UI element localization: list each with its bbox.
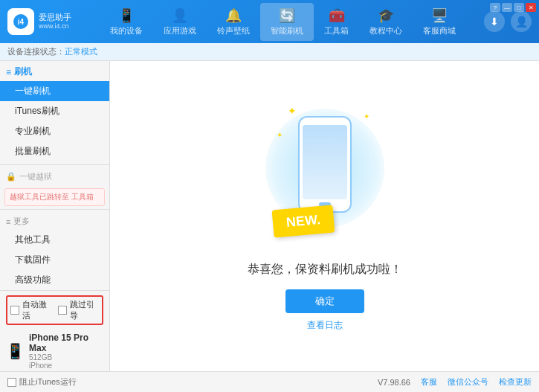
phone-illustration: ✦ ✦ ✦ NEW.: [265, 101, 384, 250]
device-info: 📱 iPhone 15 Pro Max 512GB iPhone: [6, 330, 103, 371]
download-button[interactable]: ⬇: [484, 11, 505, 32]
sidebar-item-itunes-flash[interactable]: iTunes刷机: [0, 101, 109, 121]
phone-body: [298, 116, 352, 213]
device-name: iPhone 15 Pro Max: [29, 332, 103, 353]
sidebar-item-other-tools[interactable]: 其他工具: [0, 230, 109, 250]
device-details: iPhone 15 Pro Max 512GB iPhone: [29, 332, 103, 370]
jailbreak-notice: 越狱工具已跳转至 工具箱: [4, 188, 105, 206]
nav-tab-my-device-label: 我的设备: [110, 25, 143, 36]
nav-tab-ringtones[interactable]: 🔔 铃声壁纸: [207, 3, 260, 41]
new-badge: NEW.: [271, 205, 335, 237]
auto-activate-checkbox[interactable]: [10, 306, 19, 315]
breadcrumb-status: 正常模式: [65, 46, 97, 57]
main-layout: ≡ 刷机 一键刷机 iTunes刷机 专业刷机 批量刷机 🔒 一键越狱 越狱工具…: [0, 61, 539, 371]
app-header: i4 爱思助手 www.i4.cn 📱 我的设备 👤 应用游戏 🔔 铃声壁纸: [0, 0, 539, 43]
nav-tab-tutorial[interactable]: 🎓 教程中心: [359, 3, 413, 41]
sidebar-item-pro-flash[interactable]: 专业刷机: [0, 121, 109, 141]
footer-version: V7.98.66: [378, 378, 410, 387]
window-close-button[interactable]: ✕: [526, 3, 536, 12]
tutorial-icon: 🎓: [378, 7, 394, 24]
sidebar-divider-1: [0, 164, 109, 165]
main-navigation: 📱 我的设备 👤 应用游戏 🔔 铃声壁纸 🔄 智能刷机 🧰 工具箱 🎓: [82, 3, 484, 41]
auto-activate-row: 自动激活 跳过引导: [6, 295, 103, 325]
ringtones-icon: 🔔: [225, 7, 242, 24]
sparkle-2: ✦: [364, 112, 369, 121]
confirm-button[interactable]: 确定: [285, 289, 364, 313]
footer-customer-service[interactable]: 客服: [421, 376, 437, 388]
view-log-link[interactable]: 查看日志: [307, 319, 343, 332]
store-icon: 🖥️: [431, 7, 448, 24]
nav-tab-toolbox-label: 工具箱: [324, 25, 349, 36]
footer-left: 阻止iTunes运行: [7, 376, 77, 388]
device-storage: 512GB: [29, 353, 103, 362]
success-message: 恭喜您，保资料刷机成功啦！: [248, 262, 402, 277]
sidebar-jailbreak-disabled: 🔒 一键越狱: [0, 168, 109, 185]
guided-activate-checkbox[interactable]: [58, 306, 67, 315]
sidebar-item-advanced[interactable]: 高级功能: [0, 270, 109, 290]
nav-tab-apps-games-label: 应用游戏: [164, 25, 196, 36]
header-right: ⬇ 👤: [484, 11, 532, 32]
sidebar-item-one-key-flash[interactable]: 一键刷机: [0, 81, 109, 101]
nav-tab-store[interactable]: 🖥️ 客服商城: [413, 3, 466, 41]
sidebar-more-header: ≡ 更多: [0, 213, 109, 230]
smart-flash-icon: 🔄: [279, 7, 295, 24]
nav-tab-tutorial-label: 教程中心: [369, 25, 402, 36]
sparkle-1: ✦: [288, 105, 297, 117]
svg-text:i4: i4: [18, 18, 25, 26]
toolbox-icon: 🧰: [329, 7, 345, 24]
logo: i4 爱思助手 www.i4.cn: [7, 8, 82, 35]
nav-tab-my-device[interactable]: 📱 我的设备: [100, 3, 153, 41]
sidebar-bottom: 自动激活 跳过引导 📱 iPhone 15 Pro Max 512GB iPho…: [0, 290, 109, 371]
footer-wechat[interactable]: 微信公众号: [448, 376, 488, 388]
sidebar-flash-header: ≡ 刷机: [0, 61, 109, 81]
main-content: ✦ ✦ ✦ NEW. 恭喜您，保资料刷机成功啦！ 确定 查看日志: [110, 61, 539, 371]
footer-right: V7.98.66 客服 微信公众号 检查更新: [378, 376, 532, 388]
sidebar-item-download-firmware[interactable]: 下载固件: [0, 250, 109, 270]
lock-icon: 🔒: [6, 172, 16, 181]
apps-games-icon: 👤: [172, 7, 188, 24]
sidebar-item-batch-flash[interactable]: 批量刷机: [0, 141, 109, 161]
no-itunes-checkbox[interactable]: [7, 378, 16, 387]
breadcrumb-prefix: 设备连接状态：: [7, 46, 65, 57]
nav-tab-toolbox[interactable]: 🧰 工具箱: [314, 3, 359, 41]
sidebar-divider-2: [0, 209, 109, 210]
sidebar: ≡ 刷机 一键刷机 iTunes刷机 专业刷机 批量刷机 🔒 一键越狱 越狱工具…: [0, 61, 110, 371]
footer-check-update[interactable]: 检查更新: [499, 376, 532, 388]
logo-icon: i4: [7, 8, 34, 35]
window-minimize-button[interactable]: —: [502, 3, 512, 12]
jailbreak-label: 一键越狱: [19, 171, 52, 182]
auto-activate-label: 自动激活: [22, 299, 52, 321]
user-button[interactable]: 👤: [511, 11, 532, 32]
logo-text: 爱思助手 www.i4.cn: [39, 12, 71, 31]
more-header-label: 更多: [13, 216, 30, 227]
phone-screen: [303, 125, 347, 199]
window-help-button[interactable]: ?: [490, 3, 500, 12]
no-itunes-label: 阻止iTunes运行: [19, 376, 77, 388]
window-maximize-button[interactable]: □: [514, 3, 524, 12]
flash-header-icon: ≡: [6, 67, 11, 77]
nav-tab-store-label: 客服商城: [423, 25, 456, 36]
my-device-icon: 📱: [118, 7, 135, 24]
breadcrumb: 设备连接状态： 正常模式: [0, 43, 539, 61]
nav-tab-ringtones-label: 铃声壁纸: [217, 25, 250, 36]
app-footer: 阻止iTunes运行 V7.98.66 客服 微信公众号 检查更新: [0, 371, 539, 392]
flash-header-label: 刷机: [14, 65, 32, 78]
device-phone-icon: 📱: [6, 342, 25, 360]
sparkle-3: ✦: [277, 131, 283, 139]
nav-tab-smart-flash[interactable]: 🔄 智能刷机: [260, 3, 314, 41]
more-header-icon: ≡: [6, 217, 10, 226]
nav-tab-smart-flash-label: 智能刷机: [271, 25, 303, 36]
nav-tab-apps-games[interactable]: 👤 应用游戏: [153, 3, 207, 41]
guided-activate-label: 跳过引导: [70, 299, 100, 321]
device-type: iPhone: [29, 362, 103, 370]
